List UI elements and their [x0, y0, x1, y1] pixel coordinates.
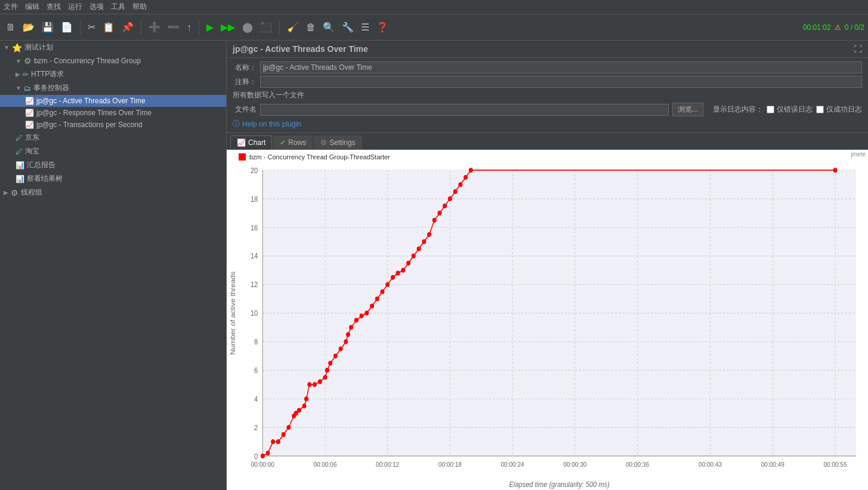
- svg-point-62: [325, 368, 329, 372]
- clear-button[interactable]: 🧹: [285, 20, 301, 34]
- transaction-controller-label: 事务控制器: [33, 83, 69, 93]
- tool-button[interactable]: 🔧: [339, 20, 356, 34]
- legend-color-box: [239, 153, 246, 161]
- main-content: ▼ ⭐ 测试计划 ▼ ⚙ bzm - Concurrency Thread Gr…: [0, 41, 868, 490]
- svg-text:00:00:18: 00:00:18: [438, 461, 462, 469]
- new-button[interactable]: 🗎: [4, 21, 18, 34]
- sidebar-item-http-request[interactable]: ▶ ✏ HTTP请求: [0, 67, 226, 81]
- name-label: 名称：: [233, 63, 257, 73]
- expand-icon[interactable]: ⛶: [854, 44, 862, 54]
- copy-button[interactable]: 📋: [100, 20, 117, 34]
- list-button[interactable]: ☰: [359, 20, 372, 34]
- name-row: 名称：: [233, 61, 862, 73]
- svg-text:00:00:43: 00:00:43: [699, 461, 722, 469]
- chart-tab-label: Chart: [248, 138, 265, 147]
- test-plan-icon: ⭐: [12, 43, 22, 53]
- help-button[interactable]: ❓: [374, 20, 391, 34]
- sidebar-item-concurrency-group[interactable]: ▼ ⚙ bzm - Concurrency Thread Group: [0, 54, 226, 67]
- help-link[interactable]: ⓘ Help on this plugin: [233, 119, 862, 129]
- sidebar-item-test-plan[interactable]: ▼ ⭐ 测试计划: [0, 41, 226, 54]
- error-count: 0 / 0/2: [845, 23, 864, 32]
- warning-icon: ⚠: [835, 23, 841, 32]
- svg-point-48: [266, 451, 270, 455]
- cut-button[interactable]: ✂: [85, 20, 98, 34]
- http-icon: ✏: [23, 70, 29, 79]
- panel-title: jp@gc - Active Threads Over Time: [233, 44, 368, 54]
- subtract-button[interactable]: ➖: [165, 20, 182, 34]
- run-button[interactable]: ▶: [204, 20, 216, 34]
- svg-text:10: 10: [251, 309, 258, 318]
- errors-only-checkbox[interactable]: [767, 106, 774, 113]
- sidebar-item-thread-group[interactable]: ▶ ⚙ 线程组: [0, 186, 226, 199]
- save-button[interactable]: 💾: [39, 20, 56, 34]
- success-only-label: 仅成功日志: [826, 104, 862, 115]
- add-button[interactable]: ➕: [146, 20, 163, 34]
- run-all-button[interactable]: ▶▶: [218, 20, 237, 34]
- tc-arrow: ▼: [16, 85, 21, 91]
- menu-help[interactable]: 帮助: [132, 2, 147, 12]
- success-only-checkbox[interactable]: [816, 106, 824, 113]
- paste-button[interactable]: 📌: [119, 20, 136, 34]
- save-as-button[interactable]: 📄: [58, 20, 75, 34]
- clear-all-button[interactable]: 🗑: [304, 21, 318, 34]
- stop-all-button[interactable]: ⬛: [258, 20, 274, 34]
- svg-point-52: [287, 426, 291, 430]
- sep4: [279, 20, 280, 35]
- report-icon-1: 📊: [16, 161, 24, 170]
- menu-file[interactable]: 文件: [4, 2, 18, 12]
- tab-chart[interactable]: 📈 Chart: [230, 135, 272, 149]
- response-times-label: jp@gc - Response Times Over Time: [36, 109, 152, 117]
- settings-tab-label: Settings: [329, 138, 355, 147]
- file-input[interactable]: [260, 104, 669, 116]
- settings-tab-icon: ⚙: [320, 138, 327, 147]
- svg-point-51: [282, 433, 285, 437]
- menu-tools[interactable]: 工具: [111, 2, 125, 12]
- sidebar-item-jingdong[interactable]: 🖊 京东: [0, 131, 226, 144]
- toolbar: 🗎 📂 💾 📄 ✂ 📋 📌 ➕ ➖ ↑ ▶ ▶▶ ⬤ ⬛ 🧹 🗑 🔍 🔧 ☰ ❓…: [0, 14, 868, 41]
- sep1: [80, 20, 81, 35]
- sidebar-item-taobao[interactable]: 🖊 淘宝: [0, 144, 226, 158]
- svg-point-50: [276, 440, 280, 444]
- sidebar-item-active-threads[interactable]: 📈 jp@gc - Active Threads Over Time: [0, 95, 226, 107]
- sidebar-item-transactions[interactable]: 📈 jp@gc - Transactions per Second: [0, 119, 226, 131]
- sep3: [199, 20, 199, 35]
- sidebar-item-transaction-controller[interactable]: ▼ 🗂 事务控制器: [0, 81, 226, 95]
- file-label: 文件名: [233, 104, 257, 115]
- chart-area: jmete bzm - Concurrency Thread Group-Thr…: [227, 150, 868, 490]
- svg-point-63: [329, 361, 332, 365]
- tab-settings[interactable]: ⚙ Settings: [314, 135, 362, 149]
- tab-rows[interactable]: ✔ Rows: [273, 135, 313, 149]
- concurrency-collapse-arrow: ▼: [16, 58, 21, 64]
- open-button[interactable]: 📂: [20, 20, 37, 34]
- menu-options[interactable]: 选项: [89, 2, 104, 12]
- stop-button[interactable]: ⬤: [240, 20, 255, 34]
- thread-group-arrow: ▶: [4, 189, 8, 196]
- sidebar: ▼ ⭐ 测试计划 ▼ ⚙ bzm - Concurrency Thread Gr…: [0, 41, 227, 490]
- menu-run[interactable]: 运行: [68, 2, 82, 12]
- name-input[interactable]: [260, 61, 862, 73]
- chart-svg: 0246810121416182000:00:0000:00:0600:00:1…: [227, 150, 868, 490]
- search-button[interactable]: 🔍: [320, 20, 337, 34]
- svg-text:00:00:24: 00:00:24: [501, 461, 524, 469]
- svg-text:2: 2: [254, 423, 258, 432]
- svg-point-67: [346, 332, 350, 337]
- svg-point-66: [344, 340, 348, 344]
- menu-find[interactable]: 查找: [47, 2, 61, 12]
- browse-button[interactable]: 浏览...: [672, 103, 703, 116]
- move-up-button[interactable]: ↑: [184, 21, 194, 34]
- svg-point-81: [417, 246, 421, 251]
- log-content-label: 显示日志内容：: [713, 104, 763, 115]
- comment-input[interactable]: [260, 76, 862, 88]
- active-threads-label: jp@gc - Active Threads Over Time: [36, 97, 146, 105]
- sidebar-item-summary-report[interactable]: 📊 汇总报告: [0, 158, 226, 172]
- svg-point-77: [396, 271, 400, 275]
- collapse-arrow: ▼: [4, 44, 10, 51]
- tab-bar: 📈 Chart ✔ Rows ⚙ Settings: [227, 133, 868, 150]
- svg-point-47: [261, 454, 264, 458]
- menu-edit[interactable]: 编辑: [25, 2, 39, 12]
- svg-point-92: [833, 168, 837, 172]
- sidebar-item-response-times[interactable]: 📈 jp@gc - Response Times Over Time: [0, 107, 226, 119]
- svg-point-60: [318, 380, 322, 384]
- script-icon-1: 🖊: [16, 134, 23, 142]
- sidebar-item-view-results[interactable]: 📊 察看结果树: [0, 172, 226, 186]
